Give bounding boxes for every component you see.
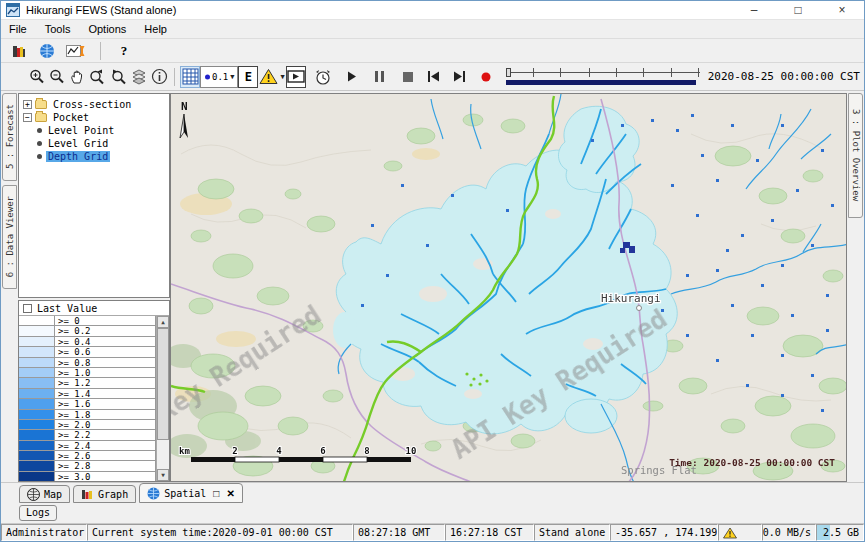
menu-file[interactable]: File [9,23,27,35]
status-bar: Administrator Current system time:2020-0… [1,524,864,541]
legend-label: >= 1.4 [55,389,91,398]
tab-map[interactable]: Map [19,485,70,503]
legend-label: >= 2.6 [55,451,91,460]
pan-button[interactable] [67,66,87,88]
spatial-display-button[interactable] [37,40,57,62]
movie-icon [287,70,305,83]
zoom-in-button[interactable] [27,66,47,88]
globe-icon [39,43,55,59]
play-button[interactable] [342,66,362,88]
legend-swatch [19,430,55,439]
movie-export-button[interactable] [286,66,306,88]
status-memory[interactable]: 2.5 GB [816,524,864,541]
timeseries-dialog-button[interactable] [65,40,87,62]
bottom-tab-bar: Map Graph Spatial □ ✕ [1,482,864,503]
menu-options[interactable]: Options [88,23,126,35]
legend-swatch [19,472,55,481]
time-navigator-button[interactable] [312,66,334,88]
globe-icon [147,487,160,500]
maximize-button[interactable]: □ [776,1,820,19]
legend-scrollbar[interactable]: ▲ ▼ [156,316,169,481]
tab-forecast[interactable]: 5 : Forecast [2,93,17,181]
help-button[interactable]: ? [114,40,134,62]
status-warning[interactable] [718,524,762,541]
tree-item-level-point[interactable]: Level Point [23,124,169,136]
menu-help[interactable]: Help [144,23,167,35]
tab-plot-overview[interactable]: 3 : Plot Overview [848,93,863,218]
tab-close-icon[interactable]: ✕ [226,488,234,499]
tab-spatial[interactable]: Spatial □ ✕ [139,483,243,503]
legend-label: >= 0.8 [55,358,91,367]
folder-icon [35,113,47,122]
clock-icon [313,68,333,86]
tab-data-viewer[interactable]: 6 : Data Viewer [2,185,17,289]
zoom-in-icon [28,68,46,86]
tab-graph[interactable]: Graph [73,485,136,503]
record-icon [481,72,491,82]
toolbar-separator [100,42,101,60]
legend-row: >= 2.8 [19,461,155,471]
zoom-next-button[interactable] [108,66,129,88]
content-area: 5 : Forecast 6 : Data Viewer + Cross-sec… [1,93,864,482]
svg-text:8: 8 [364,446,369,456]
close-button[interactable]: × [820,1,864,19]
play-icon [347,71,357,82]
expand-icon[interactable]: + [23,100,32,109]
stop-button[interactable] [398,66,418,88]
status-user: Administrator [1,524,87,541]
legend-row: >= 3.0 [19,472,155,481]
status-network: 0.0 MB/s [762,524,816,541]
tree-item-depth-grid[interactable]: Depth Grid [23,150,169,162]
right-tab-strip: 3 : Plot Overview [847,93,864,482]
logs-button[interactable]: Logs [19,505,57,521]
zoom-out-button[interactable] [47,66,67,88]
menu-tools[interactable]: Tools [45,23,71,35]
zoom-previous-button[interactable] [87,66,108,88]
legend-row: >= 1.0 [19,368,155,378]
svg-text:10: 10 [406,446,417,456]
status-mode: Stand alone [534,524,610,541]
pause-icon [375,71,384,82]
legend-row: >= 1.2 [19,378,155,388]
log-browser-button[interactable] [9,40,29,62]
title-bar: Hikurangi FEWS (Stand alone) – □ × [1,1,864,20]
legend-row: >= 2.2 [19,430,155,440]
contour-labels-button[interactable]: E [238,66,258,88]
dot-icon [204,73,211,81]
legend-row: >= 0.2 [19,326,155,336]
legend-label: >= 2.4 [55,441,91,450]
time-slider[interactable] [506,67,700,87]
skip-end-icon [454,71,465,82]
folder-icon [35,100,47,109]
scroll-up-icon[interactable]: ▲ [157,316,169,328]
skip-start-button[interactable] [424,66,444,88]
legend-swatch [19,316,55,325]
collapse-icon[interactable]: − [23,113,32,122]
time-slider-handle[interactable] [506,68,511,77]
tree-item-pocket[interactable]: − Pocket [23,111,169,123]
legend-swatch [19,337,55,346]
tab-restore-icon[interactable]: □ [213,488,219,499]
status-coordinates: -35.657 , 174.199 [610,524,718,541]
layers-icon [130,68,148,86]
record-button[interactable] [476,66,496,88]
tree-item-cross-section[interactable]: + Cross-section [23,98,169,110]
grid-display-button[interactable] [180,66,200,88]
legend-swatch [19,461,55,470]
layers-button[interactable] [129,66,149,88]
legend-swatch [19,410,55,419]
threshold-dropdown[interactable]: 0.1 ▼ [200,66,238,88]
logs-row: Logs [1,503,864,524]
info-button[interactable] [149,66,169,88]
pause-button[interactable] [370,66,390,88]
skip-end-button[interactable] [450,66,470,88]
minimize-button[interactable]: – [732,1,776,19]
warning-dropdown[interactable]: ▼ [258,66,285,88]
map-canvas[interactable]: API Key Required API Key Required Hikura… [170,93,847,482]
tree-item-level-grid[interactable]: Level Grid [23,137,169,149]
scroll-down-icon[interactable]: ▼ [157,469,169,481]
legend-swatch [19,420,55,429]
last-value-checkbox[interactable] [23,304,32,313]
scrollbar-thumb[interactable] [157,328,169,440]
legend-swatch [19,451,55,460]
